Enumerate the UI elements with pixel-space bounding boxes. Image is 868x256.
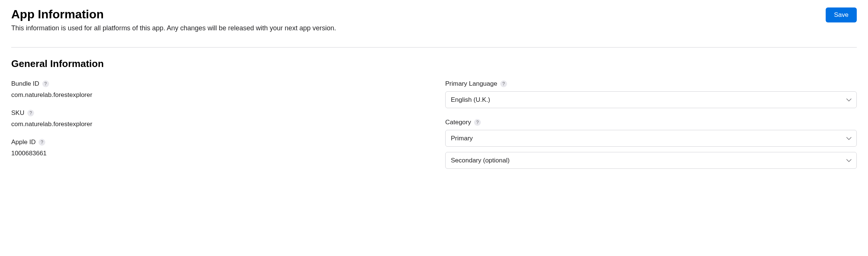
- section-title: General Information: [11, 58, 857, 70]
- divider: [11, 47, 857, 48]
- help-icon[interactable]: ?: [474, 119, 481, 126]
- help-icon[interactable]: ?: [500, 80, 507, 87]
- sku-label: SKU: [11, 109, 24, 117]
- category-secondary-select[interactable]: Secondary (optional): [445, 152, 857, 169]
- primary-language-select[interactable]: English (U.K.): [445, 91, 857, 108]
- page-description: This information is used for all platfor…: [11, 24, 826, 32]
- sku-value: com.naturelab.forestexplorer: [11, 121, 423, 128]
- save-button[interactable]: Save: [826, 7, 857, 22]
- category-label: Category: [445, 119, 471, 126]
- apple-id-value: 1000683661: [11, 150, 423, 157]
- page-title: App Information: [11, 7, 826, 21]
- bundle-id-value: com.naturelab.forestexplorer: [11, 91, 423, 99]
- help-icon[interactable]: ?: [27, 110, 34, 116]
- help-icon[interactable]: ?: [42, 80, 49, 87]
- primary-language-label: Primary Language: [445, 80, 497, 88]
- help-icon[interactable]: ?: [39, 139, 45, 146]
- category-primary-select[interactable]: Primary: [445, 130, 857, 147]
- apple-id-label: Apple ID: [11, 138, 36, 146]
- bundle-id-label: Bundle ID: [11, 80, 39, 88]
